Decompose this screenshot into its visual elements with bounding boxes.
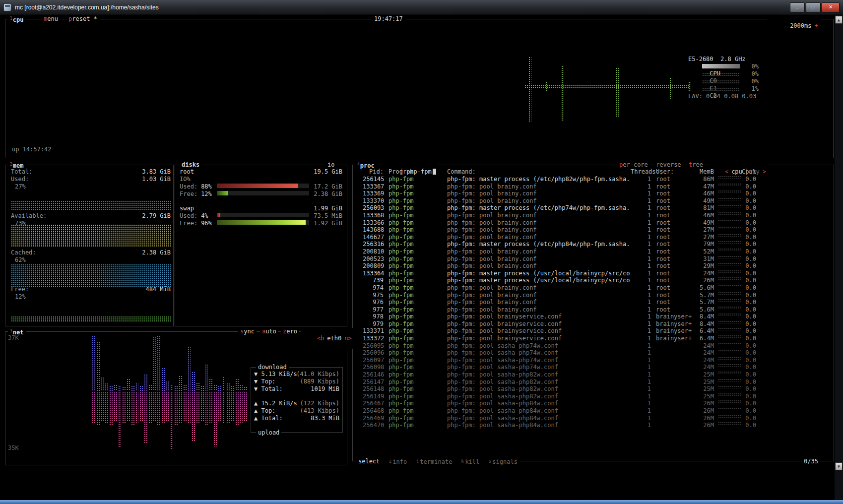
- process-row[interactable]: 256093php-fpmphp-fpm: master process (/e…: [353, 204, 834, 212]
- prev-interface-button[interactable]: <b: [317, 335, 324, 342]
- maximize-button[interactable]: □: [806, 2, 821, 12]
- process-row[interactable]: 133370php-fpmphp-fpm: pool brainy.conf1r…: [353, 197, 834, 205]
- process-row[interactable]: 256146php-fpmphp-fpm: pool sasha-php82w.…: [353, 371, 834, 378]
- process-row[interactable]: 133368php-fpmphp-fpm: pool brainy.conf1r…: [353, 212, 834, 219]
- process-row[interactable]: 256468php-fpmphp-fpm: pool sasha-php84w.…: [353, 407, 834, 415]
- disk-free-meter: [217, 220, 309, 225]
- process-row[interactable]: 133367php-fpmphp-fpm: pool brainy.conf1r…: [353, 183, 834, 190]
- net-upload-graph: [92, 392, 248, 449]
- process-list: 256145php-fpmphp-fpm: master process (/e…: [353, 176, 834, 431]
- minimize-button[interactable]: –: [790, 2, 805, 12]
- window-title: mc [root@a202.itdeveloper.com.ua]:/home/…: [15, 4, 790, 11]
- mem-used-graph: [11, 200, 171, 211]
- process-row[interactable]: 256098php-fpmphp-fpm: pool sasha-php74w.…: [353, 364, 834, 371]
- proc-footer-terminate[interactable]: tterminate: [416, 458, 452, 465]
- menu-button[interactable]: menu: [42, 15, 60, 22]
- process-row[interactable]: 976php-fpmphp-fpm: pool brainy.conf1root…: [353, 299, 834, 306]
- io-percent-button[interactable]: IO%: [180, 176, 191, 183]
- app-icon: [3, 3, 11, 11]
- download-speed: ▼ 5.13 KiB/s: [254, 371, 297, 378]
- disk-free-percent: 96%: [201, 220, 212, 227]
- update-interval-control[interactable]: -2000ms+: [767, 15, 820, 36]
- process-row[interactable]: 256149php-fpmphp-fpm: pool sasha-php82w.…: [353, 393, 834, 400]
- disk-used-percent: 88%: [201, 183, 212, 190]
- process-row[interactable]: 974php-fpmphp-fpm: pool brainy.conf1root…: [353, 284, 834, 292]
- core-mini-graph: [702, 80, 740, 83]
- disk-free-label: Free:: [180, 190, 197, 197]
- upload-box-title: upload: [256, 429, 281, 436]
- process-row[interactable]: 133371php-fpmphp-fpm: pool brainyservice…: [353, 327, 834, 335]
- scroll-up-button[interactable]: ▲: [835, 16, 843, 24]
- process-row[interactable]: 146627php-fpmphp-fpm: pool brainy.conf1r…: [353, 234, 834, 241]
- process-row[interactable]: 200810php-fpmphp-fpm: pool brainy.conf1r…: [353, 248, 834, 255]
- disk-used-percent: 4%: [201, 212, 208, 219]
- process-row[interactable]: 133369php-fpmphp-fpm: pool brainy.conf1r…: [353, 190, 834, 197]
- mem-cached-label: Cached:: [11, 249, 36, 256]
- preset-button[interactable]: preset *: [66, 15, 99, 22]
- proc-footer-select[interactable]: select: [358, 458, 380, 465]
- per-core-toggle[interactable]: per-core: [617, 161, 650, 168]
- net-auto-button[interactable]: auto: [260, 328, 278, 335]
- process-row[interactable]: 256469php-fpmphp-fpm: pool sasha-php84w.…: [353, 415, 834, 422]
- process-row[interactable]: 200523php-fpmphp-fpm: pool brainy.conf1r…: [353, 255, 834, 263]
- process-row[interactable]: 975php-fpmphp-fpm: pool brainy.conf1root…: [353, 292, 834, 299]
- reverse-toggle[interactable]: reverse: [654, 161, 683, 168]
- proc-footer: selectiinfotterminatekkillssignals: [356, 458, 519, 465]
- proc-footer-kill[interactable]: kkill: [461, 458, 479, 465]
- disks-box-title[interactable]: disks: [180, 161, 201, 168]
- net-scale-bottom: 35K: [8, 444, 19, 451]
- scroll-down-button[interactable]: ▼: [835, 462, 843, 470]
- disk-free-percent: 12%: [201, 190, 212, 197]
- mem-available-graph: [11, 224, 171, 247]
- download-box-title: download: [256, 364, 289, 371]
- net-sync-button[interactable]: sync: [238, 328, 257, 335]
- scrollbar[interactable]: ▲ ▼: [835, 15, 843, 500]
- proc-footer-info[interactable]: iinfo: [389, 458, 407, 465]
- cpu-box-title[interactable]: 1cpu: [8, 15, 26, 23]
- process-row[interactable]: 256095php-fpmphp-fpm: pool sasha-php74w.…: [353, 342, 834, 350]
- process-row[interactable]: 256097php-fpmphp-fpm: pool sasha-php74w.…: [353, 357, 834, 364]
- window-bottom-border: [0, 500, 843, 504]
- core-mini-graph: [702, 87, 740, 91]
- process-row[interactable]: 979php-fpmphp-fpm: pool brainyservice.co…: [353, 320, 834, 328]
- io-mode-toggle[interactable]: io: [325, 161, 336, 168]
- disk-name: root: [180, 168, 194, 175]
- net-zero-button[interactable]: zero: [281, 328, 299, 335]
- interval-minus-button[interactable]: -: [783, 22, 787, 29]
- process-row[interactable]: 256470php-fpmphp-fpm: pool sasha-php84w.…: [353, 422, 834, 429]
- process-row[interactable]: 256148php-fpmphp-fpm: pool sasha-php82w.…: [353, 385, 834, 393]
- net-scale-top: 37K: [8, 334, 19, 341]
- disk-free-label: Free:: [180, 220, 197, 227]
- cpu-info-panel: E5-2680 2.8 GHz CPU0% C00% C10% C21% LAV…: [688, 56, 759, 101]
- proc-footer-signals[interactable]: ssignals: [488, 458, 518, 465]
- upload-total: ▲ Total:: [254, 415, 283, 422]
- cpu-graph: [523, 55, 692, 124]
- process-row[interactable]: 256147php-fpmphp-fpm: pool sasha-php82w.…: [353, 378, 834, 386]
- mem-cached-value: 2.38 GiB: [142, 249, 171, 256]
- clock: 19:47:17: [372, 15, 405, 22]
- process-row[interactable]: 133364php-fpmphp-fpm: master process (/u…: [353, 270, 834, 277]
- process-row[interactable]: 256467php-fpmphp-fpm: pool sasha-php84w.…: [353, 400, 834, 407]
- net-interface-switcher[interactable]: <beth0n>: [301, 328, 354, 349]
- window-titlebar[interactable]: mc [root@a202.itdeveloper.com.ua]:/home/…: [0, 0, 843, 15]
- mem-available-value: 2.79 GiB: [142, 212, 171, 219]
- download-total: ▼ Total:: [254, 385, 283, 392]
- interval-plus-button[interactable]: +: [815, 22, 818, 29]
- process-row[interactable]: 256096php-fpmphp-fpm: pool sasha-php74w.…: [353, 349, 834, 357]
- next-interface-button[interactable]: n>: [344, 335, 351, 342]
- process-row[interactable]: 200809php-fpmphp-fpm: pool brainy.conf1r…: [353, 262, 834, 270]
- process-row[interactable]: 739php-fpmphp-fpm: master process (/usr/…: [353, 277, 834, 284]
- process-row[interactable]: 978php-fpmphp-fpm: pool brainyservice.co…: [353, 313, 834, 320]
- tree-toggle[interactable]: tree: [687, 161, 705, 168]
- mem-free-label: Free:: [11, 286, 29, 293]
- process-row[interactable]: 256145php-fpmphp-fpm: master process (/e…: [353, 176, 834, 183]
- mem-free-graph: [11, 316, 171, 322]
- process-row[interactable]: 143688php-fpmphp-fpm: pool brainy.conf1r…: [353, 226, 834, 234]
- process-row[interactable]: 256316php-fpmphp-fpm: master process (/e…: [353, 241, 834, 248]
- disk-used-meter: [217, 213, 309, 217]
- disk-used-meter: [217, 184, 309, 188]
- process-row[interactable]: 133372php-fpmphp-fpm: pool brainyservice…: [353, 335, 834, 342]
- close-button[interactable]: ✕: [822, 2, 840, 12]
- process-row[interactable]: 133366php-fpmphp-fpm: pool brainy.conf1r…: [353, 219, 834, 227]
- process-row[interactable]: 977php-fpmphp-fpm: pool brainy.conf1root…: [353, 306, 834, 314]
